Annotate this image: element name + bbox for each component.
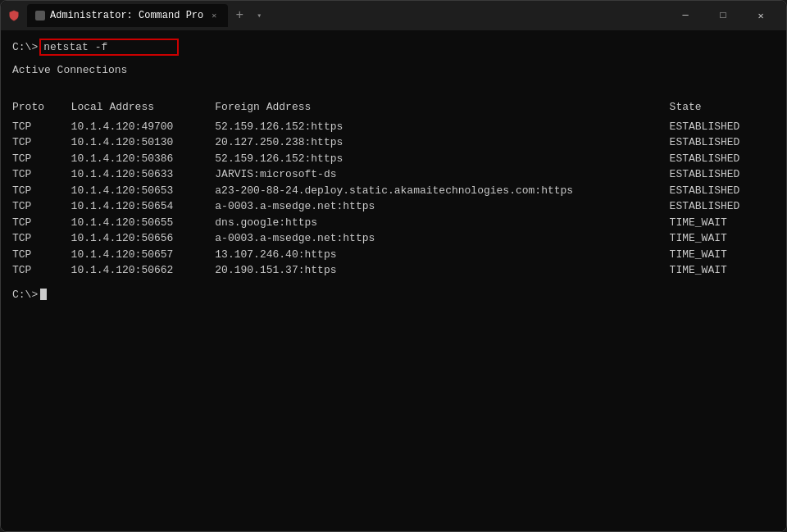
cell-proto: TCP (12, 119, 71, 135)
app-icon (7, 9, 20, 22)
tab-close-button[interactable]: ✕ (208, 10, 220, 21)
tab-label: Administrator: Command Pro (50, 10, 203, 21)
window-controls (7, 9, 20, 22)
col-proto: Proto (12, 99, 71, 119)
cell-proto: TCP (12, 230, 71, 247)
cell-proto: TCP (12, 247, 71, 263)
cell-state: ESTABLISHED (670, 198, 775, 215)
tab-dropdown-button[interactable]: ▾ (251, 7, 267, 24)
cell-foreign: a-0003.a-msedge.net:https (215, 230, 669, 247)
table-row: TCP10.1.4.120:4970052.159.126.152:httpsE… (12, 119, 775, 135)
new-tab-button[interactable]: + (230, 6, 249, 25)
cell-foreign: a-0003.a-msedge.net:https (215, 198, 669, 215)
prompt2: C:\> (12, 287, 38, 303)
cell-state: TIME_WAIT (670, 262, 775, 279)
table-row: TCP10.1.4.120:50633JARVIS:microsoft-dsES… (12, 166, 775, 183)
active-tab[interactable]: Administrator: Command Pro ✕ (27, 4, 228, 27)
cell-local: 10.1.4.120:50130 (71, 134, 216, 151)
prompt1: C:\> (12, 39, 38, 56)
cell-local: 10.1.4.120:49700 (71, 119, 216, 135)
command-input[interactable] (39, 39, 179, 56)
cell-foreign: 52.159.126.152:https (215, 119, 669, 135)
cell-proto: TCP (12, 262, 71, 279)
cell-state: ESTABLISHED (670, 119, 775, 135)
cell-foreign: 13.107.246.40:https (215, 247, 669, 263)
table-row: TCP10.1.4.120:50656a-0003.a-msedge.net:h… (12, 230, 775, 247)
cell-state: ESTABLISHED (670, 166, 775, 183)
active-connections-header: Active Connections (12, 62, 775, 79)
cell-proto: TCP (12, 151, 71, 167)
table-header-row: Proto Local Address Foreign Address Stat… (12, 99, 775, 119)
table-row: TCP10.1.4.120:5066220.190.151.37:httpsTI… (12, 262, 775, 279)
titlebar: Administrator: Command Pro ✕ + ▾ — □ ✕ (1, 1, 786, 30)
connection-table: Proto Local Address Foreign Address Stat… (12, 99, 775, 279)
cell-proto: TCP (12, 215, 71, 231)
cell-foreign: 52.159.126.152:https (215, 151, 669, 167)
cell-proto: TCP (12, 183, 71, 199)
table-row: TCP10.1.4.120:50653a23-200-88-24.deploy.… (12, 183, 775, 199)
table-row: TCP10.1.4.120:50654a-0003.a-msedge.net:h… (12, 198, 775, 215)
cell-proto: TCP (12, 134, 71, 151)
table-row: TCP10.1.4.120:5013020.127.250.238:httpsE… (12, 134, 775, 151)
cell-foreign: JARVIS:microsoft-ds (215, 166, 669, 183)
command-line: C:\> (12, 39, 775, 56)
cell-state: ESTABLISHED (670, 151, 775, 167)
tab-area: Administrator: Command Pro ✕ + ▾ (27, 4, 666, 27)
cell-state: ESTABLISHED (670, 183, 775, 199)
cell-state: ESTABLISHED (670, 134, 775, 151)
cell-local: 10.1.4.120:50656 (71, 230, 216, 247)
maximize-button[interactable]: □ (704, 1, 742, 30)
titlebar-buttons: — □ ✕ (666, 1, 780, 30)
cell-foreign: 20.127.250.238:https (215, 134, 669, 151)
cell-local: 10.1.4.120:50657 (71, 247, 216, 263)
cell-local: 10.1.4.120:50653 (71, 183, 216, 199)
cell-proto: TCP (12, 166, 71, 183)
table-row: TCP10.1.4.120:5065713.107.246.40:httpsTI… (12, 247, 775, 263)
terminal-body: C:\> Active Connections Proto Local Addr… (1, 30, 786, 531)
table-row: TCP10.1.4.120:5038652.159.126.152:httpsE… (12, 151, 775, 167)
cell-foreign: a23-200-88-24.deploy.static.akamaitechno… (215, 183, 669, 199)
table-row: TCP10.1.4.120:50655dns.google:httpsTIME_… (12, 215, 775, 231)
cell-proto: TCP (12, 198, 71, 215)
cell-local: 10.1.4.120:50662 (71, 262, 216, 279)
cell-foreign: dns.google:https (215, 215, 669, 231)
cell-local: 10.1.4.120:50386 (71, 151, 216, 167)
cell-foreign: 20.190.151.37:https (215, 262, 669, 279)
cell-state: TIME_WAIT (670, 247, 775, 263)
close-button[interactable]: ✕ (742, 1, 780, 30)
col-state: State (670, 99, 775, 119)
cell-local: 10.1.4.120:50633 (71, 166, 216, 183)
terminal-window: Administrator: Command Pro ✕ + ▾ — □ ✕ C… (0, 0, 787, 532)
cell-local: 10.1.4.120:50654 (71, 198, 216, 215)
col-local-address: Local Address (71, 99, 216, 119)
col-foreign-address: Foreign Address (215, 99, 669, 119)
tab-icon (35, 11, 45, 20)
cell-state: TIME_WAIT (670, 215, 775, 231)
cursor-line: C:\> (12, 287, 775, 303)
cell-state: TIME_WAIT (670, 230, 775, 247)
minimize-button[interactable]: — (666, 1, 704, 30)
cursor (40, 289, 47, 300)
cell-local: 10.1.4.120:50655 (71, 215, 216, 231)
